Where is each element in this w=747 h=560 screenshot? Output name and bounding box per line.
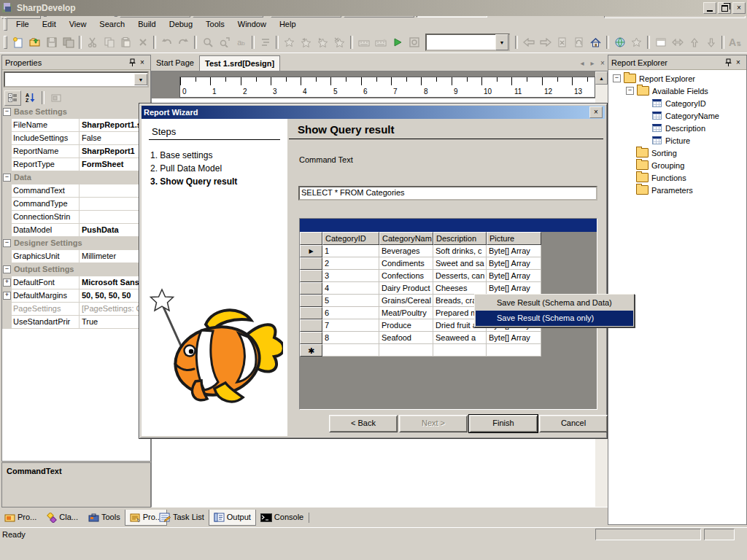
view-fullscreen-button[interactable] (652, 34, 669, 50)
menu-debug[interactable]: Debug (163, 18, 199, 31)
datagrid-row[interactable]: 3 Confections Desserts, can Byte[] Array (300, 270, 597, 282)
scroll-tabs-left-button[interactable]: ◂ (577, 58, 587, 68)
datagrid-row[interactable]: 8 Seafood Seaweed a Byte[] Array (300, 332, 597, 344)
tab-projects[interactable]: Pro... (0, 510, 41, 525)
menu-window[interactable]: Window (231, 18, 273, 31)
column-header[interactable]: CategoryNam (379, 232, 433, 245)
datagrid-row[interactable]: 2 Condiments Sweet and sa Byte[] Array (300, 257, 597, 270)
expand-icon[interactable]: + (3, 279, 11, 287)
properties-panel-header[interactable]: Properties × (2, 55, 150, 70)
open-file-button[interactable] (26, 34, 43, 50)
collapse-icon[interactable]: − (3, 174, 11, 182)
property-category[interactable]: −Designer Settings (2, 237, 150, 250)
menu-item-save-schema-only[interactable]: Save Result (Schema only) (476, 311, 633, 326)
column-header[interactable]: Picture (487, 232, 541, 245)
undo-button[interactable] (158, 34, 175, 50)
wizard-titlebar[interactable]: Report Wizard × (142, 106, 605, 119)
menubar-grip[interactable] (4, 18, 7, 31)
indent-keyboard-button[interactable] (355, 34, 372, 50)
delete-button[interactable] (134, 34, 151, 50)
next-bookmark-button[interactable] (314, 34, 331, 50)
pin-button[interactable] (127, 58, 137, 67)
collapse-icon[interactable]: − (3, 265, 11, 273)
menu-search[interactable]: Search (93, 18, 131, 31)
column-header[interactable]: Description (433, 232, 487, 245)
command-text-input[interactable]: SELECT * FROM Categories (298, 186, 597, 201)
move-down-button[interactable] (703, 34, 719, 50)
tree-item-report-explorer[interactable]: −Report Explorer (611, 72, 746, 85)
copy-button[interactable] (101, 34, 117, 50)
menu-edit[interactable]: Edit (36, 18, 63, 31)
next-button[interactable]: Next > (399, 415, 468, 432)
browser-stop-button[interactable] (554, 34, 570, 50)
alphabetical-view-button[interactable]: AZ (23, 91, 38, 105)
paste-button[interactable] (117, 34, 134, 50)
tree-item-grouping[interactable]: Grouping (611, 159, 746, 171)
property-row[interactable]: CommandType (2, 198, 150, 211)
browser-home-button[interactable] (587, 34, 604, 50)
scroll-tabs-right-button[interactable]: ▸ (587, 58, 597, 68)
tab-task-list[interactable]: Task List (155, 510, 209, 525)
tab-start-page[interactable]: Start Page (151, 55, 199, 70)
tree-item-categoryname[interactable]: CategoryName (611, 109, 746, 122)
report-explorer-header[interactable]: Report Explorer × (608, 55, 746, 70)
object-selector-dropdown[interactable]: ▼ (134, 74, 147, 85)
wizard-close-button[interactable]: × (589, 106, 603, 118)
redo-button[interactable] (175, 34, 192, 50)
tree-item-categoryid[interactable]: CategoryID (611, 97, 746, 109)
web-browse-button[interactable] (611, 34, 628, 50)
font-size-button[interactable]: A⇅ (727, 34, 743, 50)
cancel-button[interactable]: Cancel (539, 415, 608, 432)
property-row[interactable]: CommandText (2, 184, 150, 198)
comment-region-button[interactable] (257, 34, 274, 50)
datagrid-new-row[interactable]: ✱ (300, 344, 597, 357)
menu-build[interactable]: Build (131, 18, 162, 31)
datagrid-row[interactable]: 4 Dairy Product Cheeses Byte[] Array (300, 282, 597, 295)
property-category[interactable]: −Base Settings (2, 106, 150, 119)
property-row[interactable]: PageSettings[PageSettings: Col (2, 303, 150, 316)
property-row[interactable]: UseStandartPrirTrue (2, 316, 150, 329)
minimize-button[interactable] (703, 2, 716, 14)
tree-item-picture[interactable]: Picture (611, 134, 746, 147)
move-up-button[interactable] (686, 34, 703, 50)
property-category[interactable]: −Data (2, 171, 150, 184)
collapse-icon[interactable]: − (3, 239, 11, 247)
tree-item-description[interactable]: Description (611, 122, 746, 134)
tab-tools[interactable]: Tools (84, 510, 125, 525)
browser-forward-button[interactable] (537, 34, 554, 50)
web-bookmark-button[interactable] (628, 34, 645, 50)
tab-classes[interactable]: Cla... (42, 510, 82, 525)
format-keyboard-button[interactable] (372, 34, 389, 50)
collapse-icon[interactable]: − (613, 74, 621, 82)
cut-button[interactable] (84, 34, 101, 50)
debug-stop-button[interactable] (406, 34, 422, 50)
property-row[interactable]: ConnectionStrin (2, 211, 150, 224)
object-selector-combobox[interactable]: ▼ (4, 71, 149, 88)
property-row[interactable]: IncludeSettingsFalse (2, 132, 150, 145)
tree-item-available-fields[interactable]: −Available Fields (611, 85, 746, 97)
menu-tools[interactable]: Tools (199, 18, 231, 31)
new-file-button[interactable] (9, 34, 26, 50)
scroll-up-button[interactable]: ▲ (595, 71, 608, 85)
close-document-button[interactable]: × (597, 58, 608, 68)
property-row[interactable]: +DefaultMargins50, 50, 50, 50 (2, 289, 150, 303)
property-row[interactable]: ReportTypeFormSheet (2, 158, 150, 171)
menu-view[interactable]: View (63, 18, 93, 31)
browser-back-button[interactable] (520, 34, 537, 50)
menu-file[interactable]: File (9, 18, 36, 31)
tree-item-functions[interactable]: Functions (611, 171, 746, 184)
back-button[interactable]: < Back (329, 415, 398, 432)
find-button[interactable] (199, 34, 216, 50)
column-header[interactable]: CategoryID (322, 232, 379, 245)
close-button[interactable]: × (732, 2, 746, 14)
tree-item-sorting[interactable]: Sorting (611, 147, 746, 159)
finish-button[interactable]: Finish (469, 415, 538, 432)
pin-button[interactable] (723, 58, 733, 67)
property-row[interactable]: GraphicsUnitMillimeter (2, 250, 150, 263)
categorized-view-button[interactable] (4, 90, 21, 106)
clear-bookmarks-button[interactable] (331, 34, 348, 50)
save-all-button[interactable] (60, 34, 77, 50)
collapse-icon[interactable]: − (626, 87, 634, 95)
datagrid-row[interactable]: ▶ 1 Beverages Soft drinks, c Byte[] Arra… (300, 245, 597, 257)
replace-button[interactable]: ab (233, 34, 249, 50)
